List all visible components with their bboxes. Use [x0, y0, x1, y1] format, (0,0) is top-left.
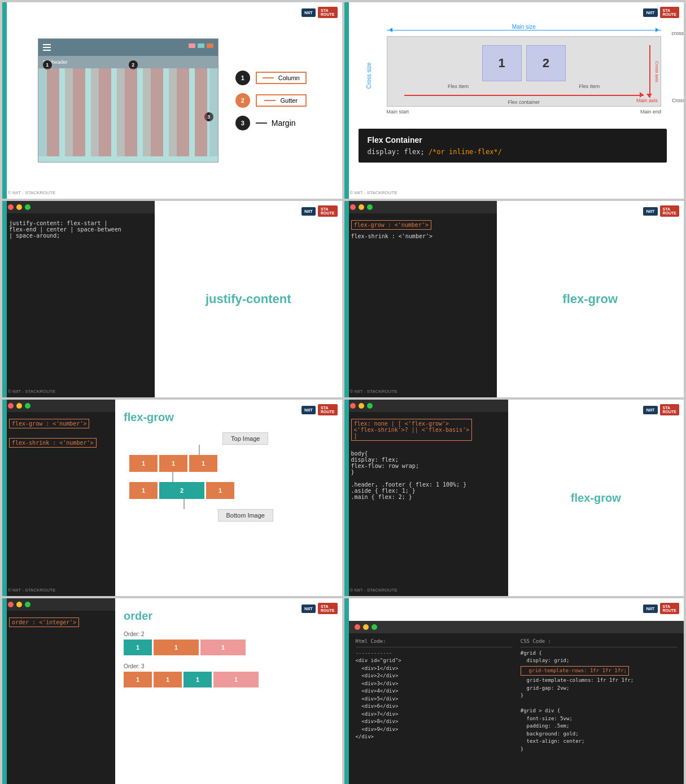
cross-axis-line [649, 45, 650, 98]
dot-yellow-6 [359, 403, 364, 409]
html-dashes: ------------ [356, 650, 512, 658]
start-end-labels: Main start Main end [387, 109, 662, 115]
sta-logo-1: STAROUTE [318, 7, 338, 18]
slide-1: NIIT STAROUTE [2, 2, 342, 199]
slide-footer-6: © NIIT - STACKROUTE [350, 588, 397, 593]
logo-area-5: NIIT STAROUTE [302, 404, 338, 415]
slide-grid: NIIT STAROUTE [0, 0, 686, 784]
order-diagrams: Order: 2 1 1 1 Order: 3 1 1 1 [124, 631, 334, 687]
arrow-left [387, 28, 392, 32]
ob-3-1: 1 [124, 672, 152, 687]
tree-line-1 [199, 445, 200, 455]
slide7-right: order Order: 2 1 1 1 Order: 3 [115, 598, 342, 784]
flex-container-label: Flex container [508, 99, 540, 105]
dot-red-4 [350, 204, 356, 210]
col3 [99, 68, 111, 156]
dot-yellow-4 [359, 204, 364, 210]
logo-area-6: NIIT STAROUTE [643, 404, 679, 415]
dot-green-8 [372, 624, 377, 630]
niit-logo-4: NIIT [643, 207, 657, 216]
code-line-3-1: justify-content: flex-start |flex-end | … [9, 220, 121, 239]
code-pane-7: order : <'integer'> [2, 598, 115, 784]
slide-4: NIIT STAROUTE flex-grow : <'number'> fle… [344, 201, 684, 397]
col2 [73, 68, 85, 156]
sta-logo-8: STAROUTE [660, 603, 680, 614]
col6 [177, 68, 189, 156]
code-comment: /*or inline-flex*/ [429, 148, 502, 156]
flex-item-label-2: Flex Item [579, 84, 600, 89]
logo-area-3: NIIT STAROUTE [302, 205, 338, 217]
legend-item-3-inner: Margin [256, 119, 296, 128]
logo-area-8: NIIT STAROUTE [643, 603, 679, 614]
html-code-block: <div id="grid"> <div>1</div> <div>2</div… [356, 657, 512, 741]
legend-num-3: 3 [235, 116, 250, 130]
main-size-area: Main size [387, 24, 662, 30]
slide-6: NIIT STAROUTE flex: none | [ <'flex-grow… [344, 400, 684, 596]
subheader-bar: Subheader [38, 56, 218, 68]
gutter2 [91, 68, 99, 156]
code-body-6: flex: none | [ <'flex-grow'><'flex-shrin… [344, 412, 508, 596]
slide5-right: flex-grow Top Image 1 1 1 1 [115, 400, 342, 596]
css-label: CSS Code : [521, 638, 677, 647]
dot-red-3 [8, 204, 14, 210]
code-pane-4: flex-grow : <'number'> flex-shrink : <'n… [344, 201, 497, 397]
slide2-content: Main size Cross size 1 2 Flex Item [344, 2, 684, 199]
flex-grow-label-6: flex-grow [571, 492, 621, 505]
flex-items-container: 1 2 [393, 45, 656, 81]
flex-item-1: 1 [482, 45, 522, 81]
order-2-block: Order: 2 1 1 1 [124, 631, 334, 655]
dot-green-6 [367, 403, 373, 409]
flex-grow-highlight-5: flex-grow : <'number'> [9, 419, 89, 428]
sta-logo-5: STAROUTE [318, 404, 338, 415]
code-body-7: order : <'integer'> [2, 611, 115, 784]
code-body-5: flex-grow : <'number'> flex-shrink : <'n… [2, 412, 115, 596]
slide6-content: flex: none | [ <'flex-grow'><'flex-shrin… [344, 400, 684, 596]
dot-red-5 [8, 403, 14, 409]
ob-2-2: 1 [154, 640, 199, 655]
cross-end: Cross end [672, 98, 684, 103]
legend-num-1: 1 [235, 71, 250, 85]
tree-line-3 [183, 499, 185, 509]
logo-area-1: NIIT STAROUTE [302, 7, 338, 18]
margin-left [38, 68, 47, 156]
ob-2-3: 1 [200, 640, 246, 655]
flex-code-content: display: flex; /*or inline-flex*/ [368, 148, 658, 156]
legend-area: 1 Column 2 Gutter 3 [235, 71, 307, 130]
slide-5: NIIT STAROUTE flex-grow : <'number'> fle… [2, 400, 342, 596]
window-bar-4 [344, 201, 497, 213]
sta-logo-7: STAROUTE [318, 603, 338, 614]
margin-right [209, 68, 218, 156]
ob-3-4: 1 [213, 672, 259, 687]
slide6-label: flex-grow [508, 400, 684, 596]
code-pane-5: flex-grow : <'number'> flex-shrink : <'n… [2, 400, 115, 596]
legend-line-1 [263, 77, 274, 78]
legend-line-2 [264, 100, 276, 101]
flex-item-labels: Flex Item Flex Item [393, 84, 656, 89]
window-bar-3 [2, 201, 155, 213]
main-end: Main end [640, 109, 661, 115]
side-accent-3 [2, 201, 7, 397]
icon1 [189, 43, 195, 48]
hamburger-icon [43, 44, 51, 51]
arrow-right [656, 28, 661, 32]
slide3-content: justify-content: flex-start |flex-end | … [2, 201, 342, 397]
code-pane-3: justify-content: flex-start |flex-end | … [2, 201, 155, 397]
code-col-container: Html Code: ------------ <div id="grid"> … [356, 638, 678, 753]
gutter5 [169, 68, 177, 156]
sta-logo-4: STAROUTE [660, 205, 680, 217]
ob-2-1: 1 [124, 640, 152, 655]
flex-diagram-wrapper: Main size Cross size 1 2 Flex Item [387, 36, 662, 115]
order-3-row: 1 1 1 1 [124, 672, 334, 687]
cross-start: cross start [671, 30, 684, 36]
gutter4 [143, 68, 151, 156]
cross-axis-label: Cross axis [654, 61, 659, 82]
dot-green-5 [25, 403, 30, 409]
sta-logo-2: STAROUTE [660, 7, 680, 18]
gutter1 [65, 68, 73, 156]
bottom-image-label: Bottom Image [218, 509, 273, 522]
slide4-content: flex-grow : <'number'> flex-shrink : <'n… [344, 201, 684, 397]
header-icons [189, 43, 213, 48]
sta-logo-6: STAROUTE [660, 404, 680, 415]
slide-footer-1: © NIIT - STACKROUTE [8, 190, 55, 195]
dot-red-6 [350, 403, 356, 409]
